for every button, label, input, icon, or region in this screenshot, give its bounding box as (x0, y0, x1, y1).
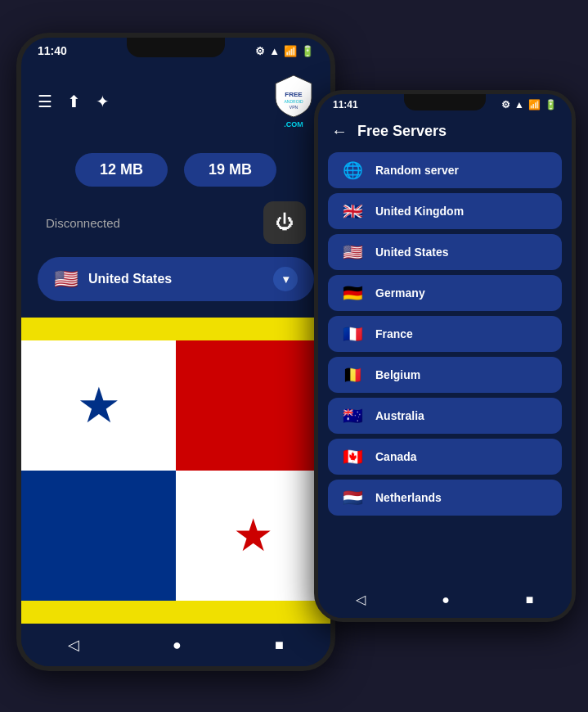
battery-icon: 🔋 (301, 45, 314, 57)
home-nav-right[interactable]: ● (442, 593, 450, 607)
selected-server-name: United States (88, 272, 172, 286)
logo-area: FREE ANDROID VPN .COM (273, 74, 314, 128)
server-list-item[interactable]: 🇨🇦Canada (328, 439, 562, 475)
server-flag-icon: 🌐 (341, 160, 364, 180)
flag-cell-blue (21, 471, 176, 601)
server-list-item[interactable]: 🇫🇷France (328, 316, 562, 352)
server-flag-icon: 🇬🇧 (341, 201, 364, 221)
battery-icon-right: 🔋 (545, 99, 557, 110)
selected-flag: 🇺🇸 (54, 268, 79, 291)
server-select-button[interactable]: 🇺🇸 United States ▾ (38, 257, 314, 301)
flag-grid: ★ ★ (21, 340, 330, 601)
server-name-label: United Kingdom (375, 205, 464, 218)
signal-icon: ▲ (269, 45, 280, 57)
flag-cell-red (176, 340, 330, 471)
flag-cell-white-blue-star: ★ (21, 340, 176, 471)
server-flag-icon: 🇫🇷 (341, 324, 364, 344)
yellow-bar-top (21, 318, 330, 340)
time-left: 11:40 (38, 44, 67, 57)
phone-left-notch (127, 38, 225, 57)
server-name-label: Germany (375, 286, 425, 300)
back-button[interactable]: ← (331, 122, 348, 141)
country-flag-display: ★ ★ (21, 318, 330, 624)
logo-shield-icon: FREE ANDROID VPN (273, 74, 314, 119)
server-select-left: 🇺🇸 United States (54, 268, 172, 291)
phone-left-nav: ◁ ● ■ (21, 624, 330, 666)
chevron-down-icon: ▾ (273, 267, 298, 291)
server-name-label: Australia (375, 409, 424, 422)
server-list-item[interactable]: 🇧🇪Belgium (328, 357, 562, 393)
server-list-item[interactable]: 🇳🇱Netherlands (328, 480, 562, 516)
stats-row: 12 MB 19 MB (21, 137, 330, 195)
server-list-item[interactable]: 🇦🇺Australia (328, 398, 562, 434)
server-flag-icon: 🇧🇪 (341, 365, 364, 385)
server-flag-icon: 🇨🇦 (341, 447, 364, 466)
status-row: Disconnected ⏻ (21, 195, 330, 257)
status-icons-right: ⚙ ▲ 📶 🔋 (501, 99, 557, 110)
recents-nav-right[interactable]: ■ (526, 593, 534, 607)
toolbar-left: ☰ ⬆ ✦ FREE ANDROID VPN .COM (21, 65, 330, 137)
share-icon[interactable]: ⬆ (67, 92, 81, 111)
dot-icon: ⚙ (255, 45, 265, 57)
yellow-bar-bottom (21, 601, 330, 624)
phone-right: 11:41 ⚙ ▲ 📶 🔋 ← Free Servers 🌐Random ser… (314, 90, 576, 622)
server-flag-icon: 🇩🇪 (341, 283, 364, 303)
server-list-item[interactable]: 🇺🇸United States (328, 234, 562, 270)
list-icon[interactable]: ☰ (38, 92, 52, 111)
red-star-icon: ★ (233, 513, 273, 558)
flag-cell-white-red-star: ★ (176, 471, 330, 601)
dot-icon-right: ⚙ (501, 99, 510, 110)
signal-icon-right: ▲ (514, 99, 524, 110)
wifi-icon: 📶 (284, 45, 297, 57)
server-list: 🌐Random server🇬🇧United Kingdom🇺🇸United S… (318, 152, 572, 516)
server-name-label: France (375, 327, 413, 340)
svg-text:FREE: FREE (285, 91, 303, 98)
back-nav-button[interactable]: ◁ (68, 636, 79, 654)
toolbar-icons: ☰ ⬆ ✦ (38, 92, 110, 111)
blue-star-icon: ★ (77, 381, 121, 430)
header-title: Free Servers (357, 123, 447, 140)
connection-status: Disconnected (46, 216, 120, 230)
phone-right-notch (404, 94, 486, 110)
server-flag-icon: 🇦🇺 (341, 406, 364, 426)
server-name-label: Canada (375, 450, 417, 463)
server-name-label: Netherlands (375, 491, 442, 504)
free-servers-header: ← Free Servers (318, 114, 572, 152)
recents-nav-button[interactable]: ■ (275, 637, 284, 654)
phone-left: 11:40 ⚙ ▲ 📶 🔋 ☰ ⬆ ✦ FREE ANDROID (16, 33, 335, 671)
server-flag-icon: 🇳🇱 (341, 488, 364, 507)
download-stat: 12 MB (75, 153, 168, 187)
svg-text:ANDROID: ANDROID (284, 99, 303, 104)
home-nav-button[interactable]: ● (173, 637, 182, 654)
server-list-item[interactable]: 🌐Random server (328, 152, 562, 188)
server-name-label: Random server (375, 164, 459, 177)
status-icons-left: ⚙ ▲ 📶 🔋 (255, 45, 314, 57)
server-flag-icon: 🇺🇸 (341, 242, 364, 262)
phone-right-nav: ◁ ● ■ (318, 581, 572, 618)
back-nav-right[interactable]: ◁ (356, 592, 366, 607)
time-right: 11:41 (333, 99, 358, 110)
power-button[interactable]: ⏻ (263, 201, 306, 244)
logo-text: .COM (284, 120, 303, 128)
server-name-label: United States (375, 246, 448, 259)
server-list-item[interactable]: 🇬🇧United Kingdom (328, 193, 562, 229)
star-icon[interactable]: ✦ (96, 92, 110, 111)
server-name-label: Belgium (375, 368, 420, 381)
server-list-item[interactable]: 🇩🇪Germany (328, 275, 562, 311)
wifi-icon-right: 📶 (528, 99, 541, 110)
upload-stat: 19 MB (184, 153, 276, 187)
svg-text:VPN: VPN (290, 105, 298, 110)
